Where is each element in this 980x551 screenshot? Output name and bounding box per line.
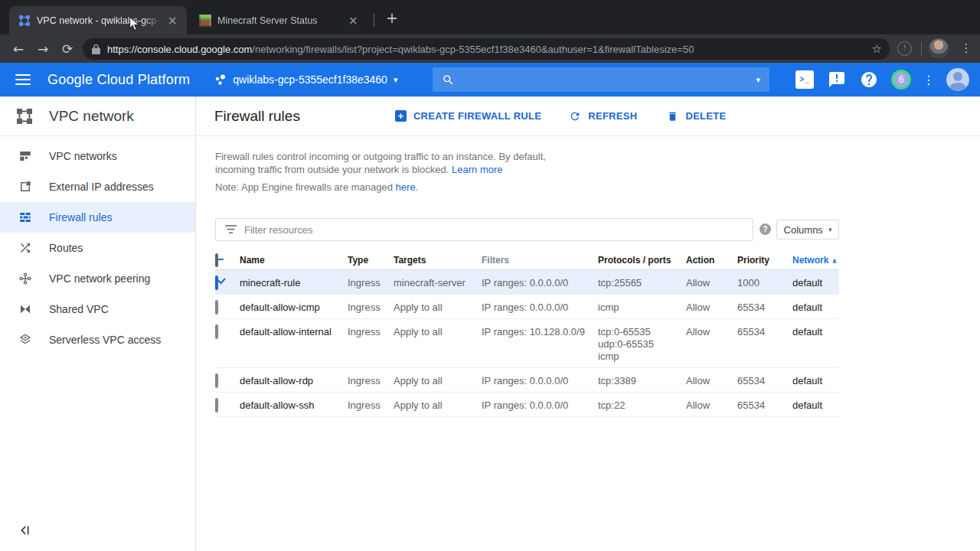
- reload-icon[interactable]: ⟳: [55, 41, 80, 57]
- cell-network[interactable]: default: [792, 368, 839, 387]
- sidebar-item-firewall-rules[interactable]: Firewall rules: [0, 202, 195, 233]
- col-header-network[interactable]: Network∧: [792, 249, 839, 267]
- bookmark-star-icon[interactable]: ☆: [872, 42, 882, 56]
- vpc-network-icon: [15, 107, 34, 126]
- new-tab-button[interactable]: +: [381, 8, 403, 29]
- learn-more-link[interactable]: Learn more: [452, 164, 502, 175]
- delete-button-label: DELETE: [685, 110, 726, 122]
- row-checkbox[interactable]: [215, 324, 218, 339]
- browser-tab-minecraft[interactable]: Minecraft Server Status ×: [190, 6, 368, 34]
- tab-close-icon[interactable]: ×: [166, 14, 179, 28]
- cell-network[interactable]: default: [792, 319, 839, 338]
- sidebar-item-label: Serverless VPC access: [49, 334, 161, 346]
- cell-network[interactable]: default: [792, 295, 839, 314]
- cell-name[interactable]: default-allow-ssh: [240, 393, 348, 412]
- cell-filters: IP ranges: 0.0.0.0/0: [482, 393, 598, 412]
- table-row-default-allow-rdp[interactable]: default-allow-rdp Ingress Apply to all I…: [215, 368, 839, 393]
- cell-name[interactable]: default-allow-icmp: [240, 295, 348, 314]
- refresh-button[interactable]: REFRESH: [569, 110, 637, 122]
- row-checkbox[interactable]: [215, 300, 218, 315]
- refresh-button-label: REFRESH: [588, 110, 637, 122]
- cell-network[interactable]: default: [792, 270, 839, 289]
- here-link[interactable]: here.: [396, 181, 419, 193]
- sidebar-item-vpc-networks[interactable]: VPC networks: [0, 141, 195, 171]
- table-row-default-allow-internal[interactable]: default-allow-internal Ingress Apply to …: [215, 319, 839, 368]
- sidebar-item-vpc-peering[interactable]: VPC network peering: [0, 263, 195, 294]
- trash-icon: [667, 110, 678, 122]
- routes-icon: [18, 241, 32, 255]
- search-dropdown-caret-icon[interactable]: ▾: [756, 75, 760, 85]
- notifications-badge[interactable]: 6: [891, 70, 911, 90]
- cloud-shell-icon[interactable]: >_: [795, 70, 814, 89]
- cell-network[interactable]: default: [792, 393, 839, 412]
- hamburger-menu-icon[interactable]: [15, 71, 31, 88]
- sidebar-item-label: VPC network peering: [49, 272, 150, 285]
- cell-name[interactable]: default-allow-rdp: [240, 368, 348, 387]
- browser-profile-avatar[interactable]: [929, 38, 949, 58]
- col-header-protocols[interactable]: Protocols / ports: [598, 249, 686, 266]
- page-header: Firewall rules + CREATE FIREWALL RULE RE…: [197, 96, 980, 136]
- gcp-more-menu-icon[interactable]: ⋮: [922, 73, 936, 87]
- create-firewall-rule-button[interactable]: + CREATE FIREWALL RULE: [395, 110, 541, 122]
- back-icon[interactable]: ←: [6, 41, 31, 57]
- sidebar-item-external-ip[interactable]: External IP addresses: [0, 171, 195, 202]
- table-row-default-allow-icmp[interactable]: default-allow-icmp Ingress Apply to all …: [215, 295, 839, 319]
- cell-protocols: tcp:0-65535 udp:0-65535 icmp: [598, 319, 686, 363]
- refresh-icon: [569, 110, 581, 122]
- cell-targets: Apply to all: [394, 295, 482, 314]
- main-content: Firewall rules + CREATE FIREWALL RULE RE…: [197, 96, 980, 551]
- row-checkbox[interactable]: [215, 373, 218, 388]
- row-checkbox[interactable]: [215, 398, 218, 412]
- minecraft-favicon-icon: [199, 15, 211, 27]
- cell-targets: Apply to all: [394, 319, 482, 338]
- cell-protocols: tcp:22: [598, 393, 686, 412]
- table-header-row: Name Type Targets Filters Protocols / po…: [215, 249, 839, 270]
- browser-menu-icon[interactable]: ⋮: [957, 39, 975, 58]
- col-header-type[interactable]: Type: [348, 249, 394, 266]
- filter-icon: [225, 225, 237, 234]
- col-header-action[interactable]: Action: [686, 249, 737, 266]
- feedback-icon[interactable]: [828, 70, 846, 89]
- filter-help-icon[interactable]: ?: [760, 223, 771, 235]
- col-header-targets[interactable]: Targets: [394, 249, 482, 266]
- cell-action: Allow: [686, 393, 737, 412]
- filter-resources-input[interactable]: [244, 224, 753, 236]
- search-icon: [442, 73, 455, 86]
- cell-type: Ingress: [348, 368, 394, 387]
- table-row-minecraft-rule[interactable]: minecraft-rule Ingress minecraft-server …: [215, 270, 839, 295]
- sidebar-item-shared-vpc[interactable]: Shared VPC: [0, 294, 195, 324]
- url-path: /networking/firewalls/list?project=qwikl…: [252, 44, 694, 55]
- vpc-peering-icon: [18, 272, 32, 285]
- gcp-brand[interactable]: Google Cloud Platform: [47, 72, 190, 88]
- tab-close-icon[interactable]: ×: [347, 14, 360, 28]
- sidebar-item-serverless-vpc[interactable]: Serverless VPC access: [0, 324, 195, 355]
- cell-name[interactable]: default-allow-internal: [240, 319, 348, 338]
- sidebar-item-label: External IP addresses: [49, 181, 154, 193]
- forward-icon[interactable]: →: [31, 41, 55, 57]
- col-header-filters[interactable]: Filters: [482, 249, 598, 266]
- delete-button[interactable]: DELETE: [667, 110, 726, 122]
- address-bar[interactable]: https://console.cloud.google.com/network…: [83, 38, 890, 60]
- vpc-networks-icon: [18, 149, 32, 163]
- row-checkbox[interactable]: [215, 276, 218, 290]
- col-header-name[interactable]: Name: [240, 249, 348, 266]
- network-header-label: Network: [792, 255, 828, 266]
- gcp-search-bar[interactable]: ▾: [433, 67, 769, 92]
- cell-targets: minecraft-server: [394, 270, 482, 289]
- col-header-priority[interactable]: Priority: [737, 249, 792, 266]
- table-row-default-allow-ssh[interactable]: default-allow-ssh Ingress Apply to all I…: [215, 393, 839, 417]
- sidebar-item-routes[interactable]: Routes: [0, 233, 195, 263]
- cell-protocols: tcp:3389: [598, 368, 686, 387]
- columns-button[interactable]: Columns ▾: [776, 220, 839, 240]
- columns-button-label: Columns: [784, 224, 823, 236]
- gcp-account-avatar[interactable]: [946, 68, 969, 91]
- extension-icon[interactable]: !: [897, 41, 912, 56]
- help-icon[interactable]: [860, 70, 878, 89]
- cell-name[interactable]: minecraft-rule: [240, 270, 348, 289]
- lock-icon: [92, 44, 100, 54]
- project-selector[interactable]: qwiklabs-gcp-5355ecf1f38e3460 ▾: [214, 73, 397, 86]
- select-all-checkbox[interactable]: [215, 253, 218, 267]
- collapse-sidebar-icon[interactable]: [17, 522, 34, 539]
- browser-tab-vpc[interactable]: VPC network - qwiklabs-gcp-5 ×: [9, 6, 187, 34]
- sidebar-title: VPC network: [49, 108, 134, 125]
